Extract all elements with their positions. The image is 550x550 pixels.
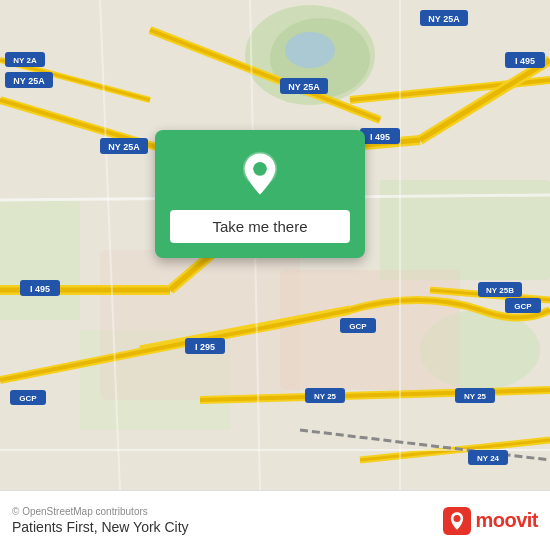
svg-text:GCP: GCP <box>349 322 367 331</box>
moovit-brand-name: moovit <box>475 509 538 532</box>
bottom-left-info: © OpenStreetMap contributors Patients Fi… <box>12 506 189 535</box>
svg-text:GCP: GCP <box>514 302 532 311</box>
svg-text:NY 25B: NY 25B <box>486 286 514 295</box>
map-container: NY 25A NY 25A NY 25A I 495 I 495 I 495 G… <box>0 0 550 490</box>
location-name: Patients First, New York City <box>12 519 189 535</box>
moovit-brand-icon <box>443 507 471 535</box>
svg-text:I 495: I 495 <box>30 284 50 294</box>
take-me-there-button[interactable]: Take me there <box>170 210 350 243</box>
svg-text:I 295: I 295 <box>195 342 215 352</box>
svg-point-73 <box>253 162 267 176</box>
svg-text:NY 25A: NY 25A <box>288 82 320 92</box>
svg-text:NY 2A: NY 2A <box>13 56 37 65</box>
map-attribution: © OpenStreetMap contributors <box>12 506 189 517</box>
moovit-logo: moovit <box>443 507 538 535</box>
svg-text:NY 25A: NY 25A <box>108 142 140 152</box>
svg-text:NY 24: NY 24 <box>477 454 500 463</box>
svg-text:NY 25A: NY 25A <box>428 14 460 24</box>
location-pin-icon <box>236 150 284 198</box>
location-card: Take me there <box>155 130 365 258</box>
svg-text:NY 25: NY 25 <box>314 392 337 401</box>
svg-point-75 <box>454 514 461 521</box>
svg-text:NY 25A: NY 25A <box>13 76 45 86</box>
svg-text:I 495: I 495 <box>515 56 535 66</box>
svg-rect-4 <box>0 200 80 320</box>
svg-text:NY 25: NY 25 <box>464 392 487 401</box>
svg-point-3 <box>285 32 335 68</box>
bottom-bar: © OpenStreetMap contributors Patients Fi… <box>0 490 550 550</box>
svg-text:I 495: I 495 <box>370 132 390 142</box>
svg-text:GCP: GCP <box>19 394 37 403</box>
